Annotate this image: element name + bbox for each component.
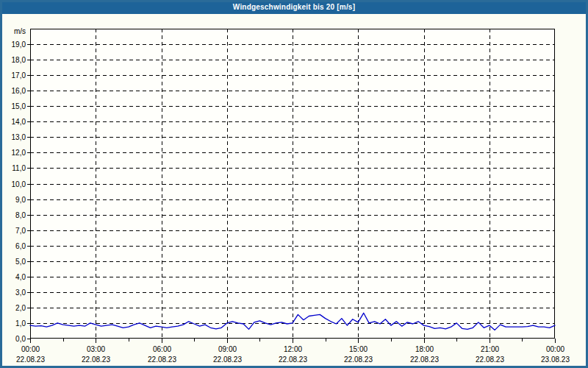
- y-tick-label: 5,0: [15, 258, 26, 266]
- chart-window: Windgeschwindigkeit bis 20 [m/s] 0,01,02…: [0, 0, 588, 368]
- y-tick-label: 1,0: [15, 319, 26, 328]
- y-tick-label: 16,0: [12, 87, 26, 95]
- y-tick-label: 19,0: [12, 40, 26, 49]
- y-tick-label: 12,0: [12, 149, 26, 157]
- x-tick-date-label: 22.08.23: [410, 355, 439, 364]
- y-tick-label: 6,0: [15, 242, 26, 250]
- x-tick-date-label: 22.08.23: [82, 355, 110, 364]
- y-tick-label: 18,0: [12, 56, 26, 64]
- x-tick-time-label: 09:00: [218, 345, 237, 353]
- x-tick-time-label: 21:00: [481, 345, 499, 353]
- y-tick-label: 3,0: [15, 289, 26, 297]
- x-tick-date-label: 22.08.23: [148, 355, 176, 364]
- y-tick-label: 15,0: [12, 102, 26, 110]
- wind-speed-chart: 0,01,02,03,04,05,06,07,08,09,010,011,012…: [0, 14, 588, 368]
- x-tick-date-label: 22.08.23: [16, 355, 45, 364]
- x-tick-time-label: 00:00: [546, 345, 564, 353]
- y-tick-label: 2,0: [15, 304, 26, 312]
- y-axis-unit-label: m/s: [14, 27, 26, 35]
- x-tick-date-label: 22.08.23: [213, 355, 242, 364]
- y-tick-label: 17,0: [12, 71, 26, 79]
- x-tick-date-label: 22.08.23: [344, 355, 373, 364]
- x-tick-date-label: 23.08.23: [541, 355, 570, 364]
- y-tick-label: 7,0: [15, 227, 26, 235]
- x-tick-date-label: 22.08.23: [476, 355, 504, 364]
- x-axis-ticks: 00:0022.08.2303:0022.08.2306:0022.08.230…: [16, 339, 570, 364]
- y-tick-label: 8,0: [15, 211, 26, 219]
- x-tick-time-label: 00:00: [21, 345, 40, 353]
- x-tick-date-label: 22.08.23: [279, 355, 307, 364]
- y-tick-label: 13,0: [12, 133, 26, 141]
- y-tick-label: 9,0: [15, 196, 26, 204]
- y-tick-label: 10,0: [12, 180, 26, 188]
- x-tick-time-label: 18:00: [415, 345, 434, 353]
- title-bar: Windgeschwindigkeit bis 20 [m/s]: [0, 0, 588, 14]
- x-tick-time-label: 15:00: [349, 345, 368, 353]
- x-tick-time-label: 12:00: [284, 345, 302, 353]
- y-tick-label: 14,0: [12, 118, 26, 126]
- x-tick-time-label: 06:00: [153, 345, 171, 353]
- chart-title: Windgeschwindigkeit bis 20 [m/s]: [233, 3, 355, 11]
- y-tick-label: 0,0: [15, 335, 26, 343]
- x-tick-time-label: 03:00: [87, 345, 105, 353]
- y-tick-label: 4,0: [15, 273, 26, 281]
- y-tick-label: 11,0: [12, 164, 26, 172]
